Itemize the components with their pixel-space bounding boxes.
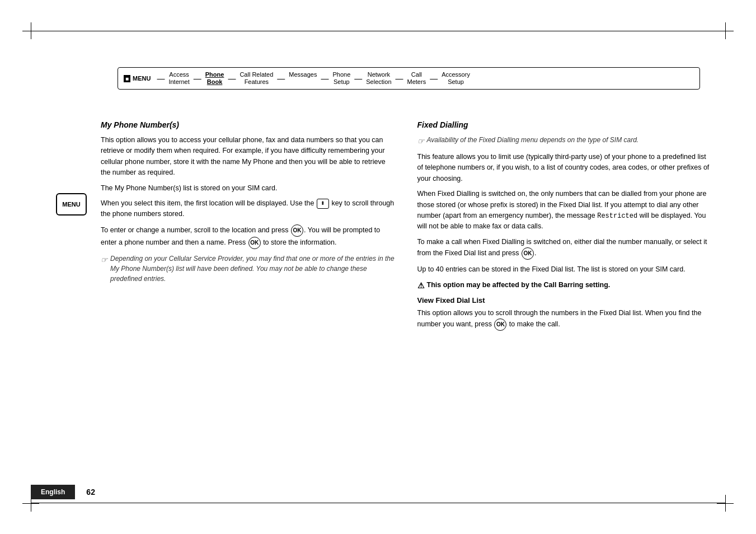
menu-label: ■ MENU	[124, 75, 151, 82]
nav-item-label-line1: Call	[411, 71, 422, 78]
warning-text: This option may be affected by the Call …	[427, 280, 611, 291]
nav-item-call-meters[interactable]: Call Meters	[407, 71, 426, 86]
nav-item-phone-book[interactable]: Phone Book	[205, 71, 224, 86]
ok-button-icon-3: OK	[522, 247, 534, 260]
note-avail-icon: ☞	[417, 135, 425, 147]
note-icon: ☞	[101, 254, 108, 266]
nav-arrow-1: —	[190, 74, 205, 83]
nav-item-label-line2: Internet	[168, 78, 189, 86]
nav-arrow-6: —	[392, 74, 407, 83]
right-section-title: Fixed Dialling	[417, 120, 712, 129]
left-para-4: To enter or change a number, scroll to t…	[101, 224, 395, 249]
nav-arrow-0: —	[153, 74, 168, 83]
footer-language: English	[31, 485, 75, 499]
left-section-title: My Phone Number(s)	[101, 120, 395, 129]
warning-note: ⚠ This option may be affected by the Cal…	[417, 280, 712, 292]
left-para-3: When you select this item, the first loc…	[101, 198, 395, 220]
menu-icon-label: MENU	[62, 201, 80, 208]
nav-item-messages[interactable]: Messages	[289, 71, 317, 86]
nav-item-label-line1: Messages	[289, 71, 317, 78]
menu-icon-box: MENU	[56, 193, 87, 216]
nav-item-phone-setup[interactable]: Phone Setup	[332, 71, 350, 86]
nav-item-label-line1: Call Related	[240, 71, 273, 78]
nav-item-label-line1: Network	[368, 71, 390, 78]
nav-item-label-line1: Phone	[332, 71, 350, 78]
right-para-4: Up to 40 entries can be stored in the Fi…	[417, 264, 712, 275]
left-para-2: The My Phone Number(s) list is stored on…	[101, 183, 395, 194]
nav-item-label-line1: Access	[169, 71, 189, 78]
right-column: Fixed Dialling ☞ Availability of the Fix…	[417, 120, 712, 335]
note-text: Depending on your Cellular Service Provi…	[110, 254, 395, 284]
menu-block-icon: ■	[124, 75, 130, 82]
ok-button-icon-1: OK	[291, 224, 303, 237]
nav-arrow-2: —	[224, 74, 240, 83]
right-para-1: This feature allows you to limit use (ty…	[417, 152, 712, 184]
nav-arrow-3: —	[273, 74, 289, 83]
ok-button-icon-4: OK	[494, 318, 506, 331]
restricted-code: Restricted	[597, 212, 637, 220]
nav-arrow-4: —	[317, 74, 332, 83]
nav-breadcrumb-bar: ■ MENU — Access Internet — Phone Book — …	[118, 67, 700, 90]
bottom-border	[31, 503, 725, 503]
nav-item-label-line2: Features	[245, 78, 269, 86]
footer: English 62	[31, 485, 725, 499]
main-content: My Phone Number(s) This option allows yo…	[101, 120, 711, 335]
left-para-1: This option allows you to access your ce…	[101, 135, 395, 179]
right-para-5: This option allows you to scroll through…	[417, 308, 712, 331]
nav-item-label-line1: Phone	[205, 71, 224, 78]
nav-item-label-line2: Book	[207, 78, 223, 86]
nav-item-label-line2	[302, 78, 304, 86]
left-note: ☞ Depending on your Cellular Service Pro…	[101, 254, 395, 284]
top-border	[31, 31, 725, 31]
menu-text: MENU	[133, 75, 151, 82]
nav-arrow-5: —	[350, 74, 366, 83]
nav-item-label-line2: Selection	[366, 78, 391, 86]
scroll-key-icon: ⬍	[317, 199, 329, 209]
left-column: My Phone Number(s) This option allows yo…	[101, 120, 395, 335]
right-avail-note: ☞ Availability of the Fixed Dialling men…	[417, 135, 712, 147]
nav-item-label-line2: Setup	[448, 78, 464, 86]
footer-page-number: 62	[86, 488, 95, 496]
right-para-2: When Fixed Dialling is switched on, the …	[417, 189, 712, 232]
note-avail-text: Availability of the Fixed Dialling menu …	[427, 135, 639, 145]
warning-icon: ⚠	[417, 280, 425, 292]
nav-item-label-line2: Meters	[407, 78, 426, 86]
ok-button-icon-2: OK	[248, 237, 261, 249]
nav-item-call-related[interactable]: Call Related Features	[240, 71, 273, 86]
view-fixed-dial-heading: View Fixed Dial List	[417, 296, 712, 305]
nav-item-access-internet[interactable]: Access Internet	[168, 71, 189, 86]
nav-item-label-line1: Accessory	[442, 71, 470, 78]
nav-item-label-line2: Setup	[334, 78, 350, 86]
nav-item-accessory-setup[interactable]: Accessory Setup	[442, 71, 470, 86]
nav-arrow-7: —	[426, 74, 442, 83]
nav-item-network-selection[interactable]: Network Selection	[366, 71, 391, 86]
right-para-3: To make a call when Fixed Dialling is sw…	[417, 237, 712, 260]
